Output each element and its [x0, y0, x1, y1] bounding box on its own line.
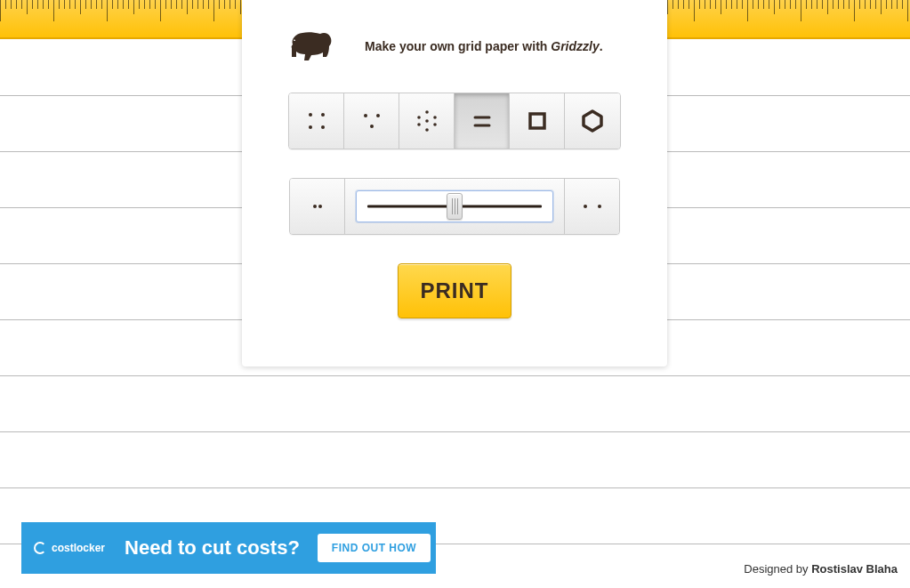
spacing-control [289, 178, 620, 235]
tagline: Make your own grid paper with Gridzzly. [365, 39, 603, 53]
svg-point-13 [425, 119, 429, 123]
svg-point-9 [433, 116, 437, 119]
pattern-dots-triangle[interactable] [344, 93, 399, 149]
spacing-slider-area [345, 179, 564, 234]
tagline-prefix: Make your own grid paper with [365, 39, 551, 53]
svg-point-8 [417, 116, 421, 119]
svg-point-7 [425, 110, 429, 114]
tagline-brand: Gridzzly [551, 39, 599, 53]
svg-point-2 [309, 125, 312, 129]
pattern-dots-hex[interactable] [399, 93, 455, 149]
pattern-squares[interactable] [510, 93, 565, 149]
bear-icon [285, 27, 340, 66]
credit-name[interactable]: Rostislav Blaha [811, 562, 898, 576]
footer-credit: Designed by Rostislav Blaha [744, 562, 898, 576]
pattern-hexagons[interactable] [565, 93, 620, 149]
ad-banner[interactable]: costlocker Need to cut costs? FIND OUT H… [21, 522, 436, 574]
ad-headline: Need to cut costs? [125, 536, 300, 560]
ad-logo-text: costlocker [52, 542, 105, 554]
svg-point-10 [417, 123, 421, 126]
ad-cta-button[interactable]: FIND OUT HOW [318, 534, 431, 562]
svg-point-0 [309, 113, 312, 117]
print-button[interactable]: PRINT [398, 263, 511, 318]
ad-logo: costlocker [34, 542, 105, 554]
control-panel: Make your own grid paper with Gridzzly. [242, 0, 667, 366]
svg-point-3 [321, 125, 325, 129]
pattern-selector [288, 93, 621, 149]
logo-row: Make your own grid paper with Gridzzly. [242, 27, 667, 66]
svg-point-4 [364, 114, 367, 117]
spacing-decrease[interactable] [290, 179, 345, 234]
svg-point-6 [370, 125, 374, 128]
svg-point-12 [425, 128, 429, 132]
svg-rect-16 [530, 114, 544, 128]
spacing-slider[interactable] [356, 190, 553, 222]
svg-point-18 [313, 205, 317, 208]
svg-point-11 [433, 123, 437, 126]
credit-prefix: Designed by [744, 562, 811, 576]
ad-logo-icon [34, 542, 46, 554]
svg-point-1 [321, 113, 325, 117]
svg-point-20 [584, 205, 587, 208]
spacing-increase[interactable] [564, 179, 619, 234]
pattern-dots-square[interactable] [289, 93, 344, 149]
svg-point-19 [318, 205, 322, 208]
slider-thumb[interactable] [447, 193, 463, 220]
svg-point-5 [376, 114, 380, 117]
svg-point-21 [598, 205, 601, 208]
tagline-suffix: . [600, 39, 603, 53]
pattern-lines[interactable] [455, 93, 510, 149]
svg-marker-17 [584, 111, 601, 131]
